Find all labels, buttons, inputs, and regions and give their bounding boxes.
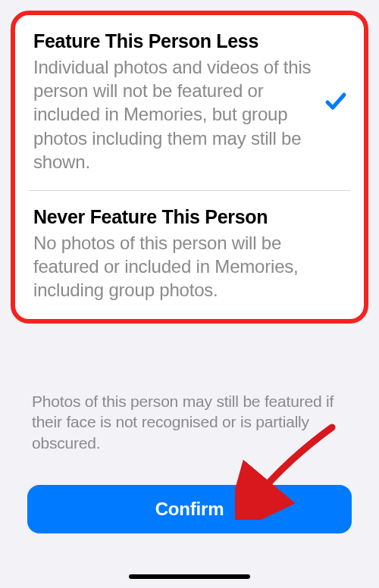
option-description: Individual photos and videos of this per… <box>33 55 315 174</box>
option-feature-less[interactable]: Feature This Person Less Individual phot… <box>15 15 364 190</box>
option-content: Never Feature This Person No photos of t… <box>33 206 347 302</box>
option-title: Never Feature This Person <box>33 206 347 228</box>
home-indicator[interactable] <box>129 574 250 579</box>
option-content: Feature This Person Less Individual phot… <box>33 30 315 174</box>
option-title: Feature This Person Less <box>33 30 315 52</box>
confirm-button[interactable]: Confirm <box>27 485 352 533</box>
footer-note: Photos of this person may still be featu… <box>32 391 347 453</box>
option-never-feature[interactable]: Never Feature This Person No photos of t… <box>15 191 364 319</box>
checkmark-icon <box>324 90 347 113</box>
options-card: Feature This Person Less Individual phot… <box>11 11 368 324</box>
option-description: No photos of this person will be feature… <box>33 231 347 302</box>
